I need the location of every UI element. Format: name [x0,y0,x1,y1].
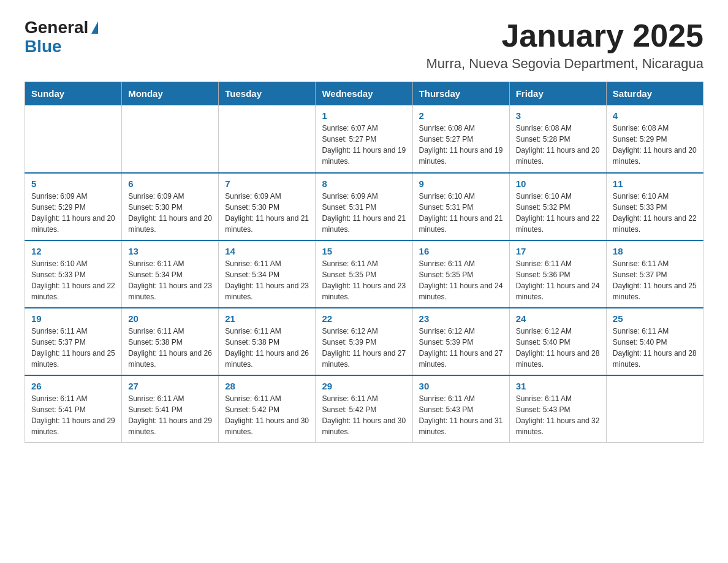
calendar-cell: 27Sunrise: 6:11 AM Sunset: 5:41 PM Dayli… [122,375,219,443]
calendar-cell: 13Sunrise: 6:11 AM Sunset: 5:34 PM Dayli… [122,240,219,308]
day-number: 8 [322,178,406,189]
day-number: 21 [225,313,309,324]
day-number: 25 [613,313,697,324]
calendar-cell: 3Sunrise: 6:08 AM Sunset: 5:28 PM Daylig… [509,105,606,173]
calendar-cell [606,375,703,443]
day-info: Sunrise: 6:07 AM Sunset: 5:27 PM Dayligh… [322,123,406,167]
day-number: 23 [419,313,503,324]
calendar-cell: 17Sunrise: 6:11 AM Sunset: 5:36 PM Dayli… [509,240,606,308]
day-number: 1 [322,110,406,121]
calendar-cell: 23Sunrise: 6:12 AM Sunset: 5:39 PM Dayli… [412,308,509,375]
day-info: Sunrise: 6:11 AM Sunset: 5:34 PM Dayligh… [225,258,309,302]
day-info: Sunrise: 6:08 AM Sunset: 5:28 PM Dayligh… [516,123,600,167]
day-info: Sunrise: 6:10 AM Sunset: 5:31 PM Dayligh… [419,191,503,235]
day-info: Sunrise: 6:10 AM Sunset: 5:33 PM Dayligh… [613,191,697,235]
weekday-header-friday: Friday [509,82,606,105]
calendar-cell: 16Sunrise: 6:11 AM Sunset: 5:35 PM Dayli… [412,240,509,308]
calendar-cell: 14Sunrise: 6:11 AM Sunset: 5:34 PM Dayli… [219,240,316,308]
calendar-cell: 29Sunrise: 6:11 AM Sunset: 5:42 PM Dayli… [316,375,412,443]
day-info: Sunrise: 6:11 AM Sunset: 5:41 PM Dayligh… [31,393,115,437]
page-header: General Blue January 2025 Murra, Nueva S… [25,18,703,72]
day-info: Sunrise: 6:11 AM Sunset: 5:41 PM Dayligh… [128,393,212,437]
logo-general-text: General [25,18,88,37]
day-info: Sunrise: 6:12 AM Sunset: 5:39 PM Dayligh… [322,326,406,370]
calendar-cell: 21Sunrise: 6:11 AM Sunset: 5:38 PM Dayli… [219,308,316,375]
day-info: Sunrise: 6:09 AM Sunset: 5:31 PM Dayligh… [322,191,406,235]
day-number: 22 [322,313,406,324]
day-info: Sunrise: 6:11 AM Sunset: 5:43 PM Dayligh… [419,393,503,437]
day-number: 6 [128,178,212,189]
calendar-cell: 15Sunrise: 6:11 AM Sunset: 5:35 PM Dayli… [316,240,412,308]
calendar-cell [25,105,122,173]
day-number: 14 [225,246,309,256]
calendar-cell: 18Sunrise: 6:11 AM Sunset: 5:37 PM Dayli… [606,240,703,308]
calendar-week-row: 19Sunrise: 6:11 AM Sunset: 5:37 PM Dayli… [25,308,703,375]
calendar-cell: 12Sunrise: 6:10 AM Sunset: 5:33 PM Dayli… [25,240,122,308]
day-info: Sunrise: 6:11 AM Sunset: 5:43 PM Dayligh… [516,393,600,437]
calendar-week-row: 26Sunrise: 6:11 AM Sunset: 5:41 PM Dayli… [25,375,703,443]
calendar-cell: 30Sunrise: 6:11 AM Sunset: 5:43 PM Dayli… [412,375,509,443]
day-number: 20 [128,313,212,324]
day-info: Sunrise: 6:11 AM Sunset: 5:34 PM Dayligh… [128,258,212,302]
day-number: 7 [225,178,309,189]
day-number: 10 [516,178,600,189]
day-number: 17 [516,246,600,256]
day-number: 3 [516,110,600,121]
day-number: 24 [516,313,600,324]
calendar-week-row: 1Sunrise: 6:07 AM Sunset: 5:27 PM Daylig… [25,105,703,173]
day-info: Sunrise: 6:11 AM Sunset: 5:38 PM Dayligh… [128,326,212,370]
calendar-cell: 10Sunrise: 6:10 AM Sunset: 5:32 PM Dayli… [509,173,606,240]
calendar-cell: 8Sunrise: 6:09 AM Sunset: 5:31 PM Daylig… [316,173,412,240]
calendar-cell: 6Sunrise: 6:09 AM Sunset: 5:30 PM Daylig… [122,173,219,240]
day-number: 26 [31,381,115,391]
day-info: Sunrise: 6:11 AM Sunset: 5:42 PM Dayligh… [322,393,406,437]
day-info: Sunrise: 6:11 AM Sunset: 5:38 PM Dayligh… [225,326,309,370]
weekday-header-sunday: Sunday [25,82,122,105]
day-info: Sunrise: 6:08 AM Sunset: 5:27 PM Dayligh… [419,123,503,167]
day-number: 18 [613,246,697,256]
day-number: 2 [419,110,503,121]
calendar-cell: 4Sunrise: 6:08 AM Sunset: 5:29 PM Daylig… [606,105,703,173]
day-number: 19 [31,313,115,324]
calendar-cell [122,105,219,173]
calendar-cell: 24Sunrise: 6:12 AM Sunset: 5:40 PM Dayli… [509,308,606,375]
day-info: Sunrise: 6:09 AM Sunset: 5:30 PM Dayligh… [128,191,212,235]
logo: General Blue [25,18,98,56]
calendar-cell: 28Sunrise: 6:11 AM Sunset: 5:42 PM Dayli… [219,375,316,443]
day-info: Sunrise: 6:10 AM Sunset: 5:33 PM Dayligh… [31,258,115,302]
calendar-body: 1Sunrise: 6:07 AM Sunset: 5:27 PM Daylig… [25,105,703,443]
day-number: 31 [516,381,600,391]
calendar-cell: 20Sunrise: 6:11 AM Sunset: 5:38 PM Dayli… [122,308,219,375]
day-info: Sunrise: 6:11 AM Sunset: 5:35 PM Dayligh… [322,258,406,302]
logo-triangle-icon [91,21,98,34]
day-number: 15 [322,246,406,256]
day-info: Sunrise: 6:12 AM Sunset: 5:39 PM Dayligh… [419,326,503,370]
calendar-cell: 9Sunrise: 6:10 AM Sunset: 5:31 PM Daylig… [412,173,509,240]
day-info: Sunrise: 6:11 AM Sunset: 5:37 PM Dayligh… [31,326,115,370]
weekday-header-tuesday: Tuesday [219,82,316,105]
calendar-week-row: 5Sunrise: 6:09 AM Sunset: 5:29 PM Daylig… [25,173,703,240]
day-number: 29 [322,381,406,391]
calendar-cell: 25Sunrise: 6:11 AM Sunset: 5:40 PM Dayli… [606,308,703,375]
calendar-week-row: 12Sunrise: 6:10 AM Sunset: 5:33 PM Dayli… [25,240,703,308]
day-number: 9 [419,178,503,189]
day-number: 11 [613,178,697,189]
day-info: Sunrise: 6:10 AM Sunset: 5:32 PM Dayligh… [516,191,600,235]
day-number: 4 [613,110,697,121]
day-info: Sunrise: 6:09 AM Sunset: 5:30 PM Dayligh… [225,191,309,235]
day-info: Sunrise: 6:11 AM Sunset: 5:40 PM Dayligh… [613,326,697,370]
logo-blue-text: Blue [25,37,62,56]
calendar-cell: 1Sunrise: 6:07 AM Sunset: 5:27 PM Daylig… [316,105,412,173]
location-subtitle: Murra, Nueva Segovia Department, Nicarag… [427,56,703,72]
weekday-header-row: SundayMondayTuesdayWednesdayThursdayFrid… [25,82,703,105]
day-number: 13 [128,246,212,256]
day-info: Sunrise: 6:11 AM Sunset: 5:42 PM Dayligh… [225,393,309,437]
day-number: 30 [419,381,503,391]
calendar-cell: 11Sunrise: 6:10 AM Sunset: 5:33 PM Dayli… [606,173,703,240]
weekday-header-saturday: Saturday [606,82,703,105]
calendar-header: SundayMondayTuesdayWednesdayThursdayFrid… [25,82,703,105]
calendar-cell: 26Sunrise: 6:11 AM Sunset: 5:41 PM Dayli… [25,375,122,443]
day-info: Sunrise: 6:11 AM Sunset: 5:35 PM Dayligh… [419,258,503,302]
month-title: January 2025 [427,18,703,53]
day-info: Sunrise: 6:11 AM Sunset: 5:36 PM Dayligh… [516,258,600,302]
